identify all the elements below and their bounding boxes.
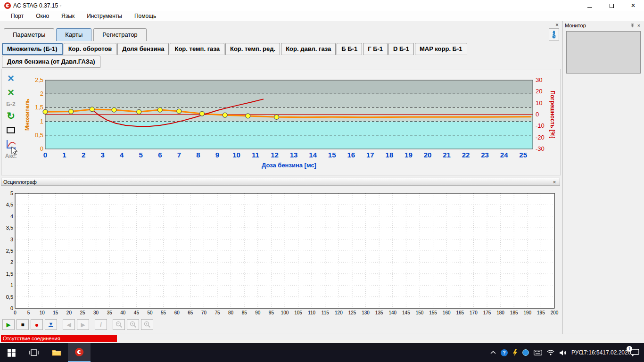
hidden-icons-button[interactable] <box>490 351 496 354</box>
monitor-display <box>566 31 641 74</box>
oscillograph-close-button[interactable]: × <box>551 179 558 185</box>
map-apply-button[interactable]: × <box>4 86 18 99</box>
clock[interactable]: 17:16:54 17.02.2020 <box>587 349 624 356</box>
svg-text:180: 180 <box>496 310 504 315</box>
map-tab-1[interactable]: Кор. оборотов <box>64 43 117 55</box>
keyboard-tray-button[interactable] <box>534 350 542 355</box>
document-close-button[interactable]: × <box>553 22 561 28</box>
main-tab-0[interactable]: Параметры <box>4 28 54 41</box>
osc-jump-end-button[interactable]: ▼ <box>45 319 57 330</box>
power-tray-button[interactable] <box>512 349 518 356</box>
oscillograph-header: Осциллограф × <box>1 178 560 186</box>
svg-text:0,5: 0,5 <box>6 294 13 300</box>
svg-text:4: 4 <box>10 214 13 219</box>
maximize-button[interactable] <box>601 0 622 11</box>
svg-text:190: 190 <box>523 310 531 315</box>
menu-item-0[interactable]: Порт <box>5 11 30 21</box>
menu-item-2[interactable]: Язык <box>55 11 81 21</box>
monitor-panel: Монитор × <box>562 21 644 343</box>
svg-text:18: 18 <box>386 151 394 159</box>
map-tab-0[interactable]: Множитель (Б-1) <box>2 43 63 55</box>
oscillograph-title: Осциллограф <box>3 179 37 185</box>
osc-zoom-out-button[interactable] <box>113 319 125 330</box>
minimize-button[interactable] <box>579 0 601 11</box>
svg-text:1,5: 1,5 <box>35 104 43 111</box>
network-tray-button[interactable] <box>547 350 554 355</box>
close-button[interactable]: × <box>622 0 644 11</box>
svg-text:50: 50 <box>147 310 153 315</box>
pin-icon <box>630 23 635 28</box>
notification-center-button[interactable]: 1 <box>630 349 639 356</box>
svg-text:9: 9 <box>215 151 219 159</box>
osc-next-button[interactable]: ▶ <box>77 319 89 330</box>
ac-stag-taskbar-button[interactable] <box>68 343 91 362</box>
svg-text:70: 70 <box>201 310 207 315</box>
svg-text:165: 165 <box>456 310 464 315</box>
svg-text:150: 150 <box>416 310 424 315</box>
monitor-header: Монитор × <box>563 21 644 30</box>
help-tray-button[interactable]: ? <box>501 349 508 356</box>
menu-item-1[interactable]: Окно <box>30 11 55 21</box>
magnifier-right-icon <box>144 321 151 328</box>
svg-text:100: 100 <box>281 310 289 315</box>
main-tab-2[interactable]: Регистратор <box>93 28 146 41</box>
task-view-button[interactable] <box>23 343 45 362</box>
task-view-icon <box>29 349 39 356</box>
svg-text:24: 24 <box>500 151 508 159</box>
svg-text:10: 10 <box>232 151 240 159</box>
main-tab-1[interactable]: Карты <box>56 28 91 41</box>
map-refresh-button[interactable]: ↻ <box>4 109 18 123</box>
map-tab-5[interactable]: Кор. давл. газа <box>281 43 336 55</box>
magnifier-left-icon <box>130 321 137 328</box>
start-button[interactable] <box>0 343 23 362</box>
svg-text:125: 125 <box>348 310 356 315</box>
svg-text:2,5: 2,5 <box>6 248 13 254</box>
svg-text:1: 1 <box>62 151 66 159</box>
refresh-icon: ↻ <box>7 110 15 122</box>
osc-prev-button[interactable]: ◀ <box>63 319 75 330</box>
file-explorer-button[interactable] <box>45 343 68 362</box>
map-tab-2[interactable]: Доля бензина <box>117 43 169 55</box>
svg-text:25: 25 <box>519 151 527 159</box>
wifi-icon <box>547 350 554 355</box>
help-icon: ? <box>501 349 508 356</box>
svg-text:15: 15 <box>53 310 58 315</box>
svg-text:140: 140 <box>388 310 396 315</box>
notification-badge: 1 <box>627 346 632 352</box>
bluetooth-tray-button[interactable] <box>522 349 529 356</box>
map-delete-button[interactable]: × <box>4 72 18 85</box>
svg-text:1: 1 <box>10 282 13 288</box>
osc-zoom-y-button[interactable] <box>141 319 153 330</box>
close-icon: × <box>553 179 556 185</box>
map-tab-6[interactable]: Б Б-1 <box>337 43 362 55</box>
svg-text:10: 10 <box>536 99 542 107</box>
blue-x-icon: × <box>8 73 14 84</box>
osc-play-button[interactable]: ▶ <box>2 319 15 330</box>
pin-button[interactable] <box>629 23 636 29</box>
svg-text:0: 0 <box>43 151 47 159</box>
volume-tray-button[interactable] <box>559 350 567 356</box>
map-tab-strip: Множитель (Б-1)Кор. оборотовДоля бензина… <box>2 43 467 55</box>
map-tab-8[interactable]: D Б-1 <box>388 43 414 55</box>
osc-stop-button[interactable]: ■ <box>17 319 29 330</box>
rectangle-select-icon <box>7 127 15 133</box>
osc-record-button[interactable]: ● <box>31 319 43 330</box>
svg-text:0: 0 <box>536 111 539 118</box>
map-tab-4[interactable]: Кор. темп. ред. <box>225 43 280 55</box>
menu-item-3[interactable]: Инструменты <box>81 11 128 21</box>
map-tab-7[interactable]: Г Б-1 <box>363 43 388 55</box>
map-tool-button[interactable] <box>549 28 559 41</box>
sub-tab-0[interactable]: Доля бензина (от Давл.ГАЗа) <box>2 56 100 68</box>
svg-text:200: 200 <box>551 310 559 315</box>
map-tab-3[interactable]: Кор. темп. газа <box>170 43 224 55</box>
map-select-button[interactable] <box>4 123 18 137</box>
svg-text:16: 16 <box>347 151 355 159</box>
osc-info-button[interactable]: i <box>95 319 107 330</box>
multiplier-map-chart[interactable]: 0123456789101112131415161718192021222324… <box>21 71 560 174</box>
map-tab-9[interactable]: MAP корр. Б-1 <box>415 43 467 55</box>
osc-zoom-x-button[interactable] <box>127 319 139 330</box>
oscillograph-chart[interactable]: 00,511,522,533,544,550510152025303540455… <box>0 187 561 318</box>
menu-item-4[interactable]: Помощь <box>128 11 162 21</box>
monitor-close-button[interactable]: × <box>636 23 642 29</box>
svg-text:160: 160 <box>443 310 451 315</box>
